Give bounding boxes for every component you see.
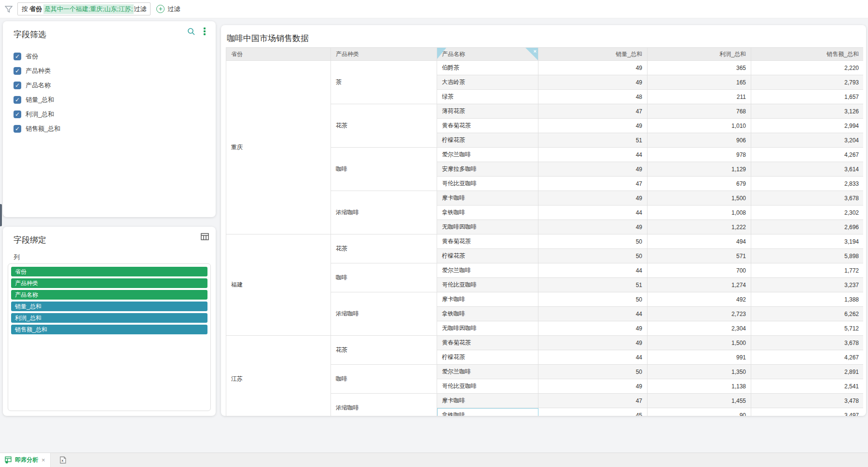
profit-cell[interactable]: 906	[648, 133, 751, 148]
product-name-cell[interactable]: 摩卡咖啡	[437, 394, 538, 408]
collapsed-panel-handle[interactable]	[0, 204, 2, 226]
tab-close-icon[interactable]: ×	[41, 456, 45, 464]
product-name-cell[interactable]: 爱尔兰咖啡	[437, 365, 538, 379]
search-icon[interactable]	[187, 27, 195, 36]
product-name-cell[interactable]: 安摩拉多咖啡	[437, 162, 538, 177]
column-pill-measure[interactable]: 销量_总和	[11, 302, 207, 311]
product-name-cell[interactable]: 哥伦比亚咖啡	[437, 379, 538, 394]
category-cell[interactable]: 咖啡	[331, 365, 437, 394]
sales-qty-cell[interactable]: 44	[538, 206, 648, 220]
checkbox-checked-icon[interactable]: ✓	[14, 67, 21, 75]
revenue-cell[interactable]: 3,204	[751, 133, 864, 148]
profit-cell[interactable]: 211	[648, 90, 751, 104]
product-name-cell[interactable]: 黄春菊花茶	[437, 119, 538, 133]
sales-qty-cell[interactable]: 49	[538, 220, 648, 234]
checkbox-checked-icon[interactable]: ✓	[14, 110, 21, 118]
profit-cell[interactable]: 2,723	[648, 307, 751, 321]
profit-cell[interactable]: 165	[648, 75, 751, 90]
revenue-cell[interactable]: 5,712	[751, 321, 864, 336]
sales-qty-cell[interactable]: 45	[538, 408, 648, 416]
revenue-cell[interactable]: 3,126	[751, 104, 864, 119]
revenue-cell[interactable]: 4,267	[751, 350, 864, 365]
profit-cell[interactable]: 1,500	[648, 336, 751, 350]
revenue-cell[interactable]: 2,696	[751, 220, 864, 234]
revenue-cell[interactable]: 3,614	[751, 162, 864, 177]
profit-cell[interactable]: 1,350	[648, 365, 751, 379]
column-pill-dimension[interactable]: 产品种类	[11, 278, 207, 288]
revenue-cell[interactable]: 2,833	[751, 177, 864, 191]
profit-cell[interactable]: 492	[648, 292, 751, 307]
revenue-cell[interactable]: 3,237	[751, 278, 864, 292]
product-name-cell[interactable]: 摩卡咖啡	[437, 292, 538, 307]
revenue-cell[interactable]: 4,267	[751, 148, 864, 162]
profit-cell[interactable]: 1,455	[648, 394, 751, 408]
product-name-cell[interactable]: 爱尔兰咖啡	[437, 148, 538, 162]
product-name-cell[interactable]: 拿铁咖啡	[437, 307, 538, 321]
field-checkbox-item[interactable]: ✓产品名称	[14, 78, 210, 93]
product-name-cell[interactable]: 无咖啡因咖啡	[437, 321, 538, 336]
sales-qty-cell[interactable]: 49	[538, 336, 648, 350]
sales-qty-cell[interactable]: 49	[538, 321, 648, 336]
revenue-cell[interactable]: 3,678	[751, 191, 864, 206]
product-name-cell[interactable]: 摩卡咖啡	[437, 191, 538, 206]
sales-qty-cell[interactable]: 49	[538, 75, 648, 90]
category-cell[interactable]: 浓缩咖啡	[331, 394, 437, 416]
sales-qty-cell[interactable]: 51	[538, 278, 648, 292]
sales-qty-cell[interactable]: 49	[538, 162, 648, 177]
profit-cell[interactable]: 1,274	[648, 278, 751, 292]
remove-column-icon[interactable]: ×	[534, 48, 537, 54]
category-cell[interactable]: 茶	[331, 61, 437, 104]
profit-cell[interactable]: 1,138	[648, 379, 751, 394]
corner-triangle-icon[interactable]	[437, 48, 446, 59]
profit-cell[interactable]: 494	[648, 234, 751, 249]
profit-cell[interactable]: 571	[648, 249, 751, 263]
checkbox-checked-icon[interactable]: ✓	[14, 125, 21, 133]
sales-qty-cell[interactable]: 47	[538, 177, 648, 191]
sales-qty-cell[interactable]: 44	[538, 307, 648, 321]
tab-adhoc-analysis[interactable]: 即席分析 ×	[0, 453, 51, 467]
column-header[interactable]: 产品名称×	[437, 48, 538, 61]
revenue-cell[interactable]: 1,772	[751, 263, 864, 278]
profit-cell[interactable]: 1,010	[648, 119, 751, 133]
field-checkbox-item[interactable]: ✓销售额_总和	[14, 122, 210, 136]
column-pill-measure[interactable]: 销售额_总和	[11, 325, 207, 334]
revenue-cell[interactable]: 2,793	[751, 75, 864, 90]
sales-qty-cell[interactable]: 44	[538, 148, 648, 162]
profit-cell[interactable]: 1,008	[648, 206, 751, 220]
province-cell[interactable]: 江苏	[226, 336, 331, 416]
product-name-cell[interactable]: 哥伦比亚咖啡	[437, 177, 538, 191]
category-cell[interactable]: 花茶	[331, 104, 437, 148]
sales-qty-cell[interactable]: 49	[538, 61, 648, 75]
revenue-cell[interactable]: 2,541	[751, 379, 864, 394]
category-cell[interactable]: 咖啡	[331, 148, 437, 191]
field-checkbox-item[interactable]: ✓利润_总和	[14, 107, 210, 122]
province-cell[interactable]: 福建	[226, 234, 331, 336]
sales-qty-cell[interactable]: 50	[538, 234, 648, 249]
column-pill-measure[interactable]: 利润_总和	[11, 313, 207, 323]
product-name-cell[interactable]: 拿铁咖啡	[437, 206, 538, 220]
category-cell[interactable]: 花茶	[331, 336, 437, 365]
sales-qty-cell[interactable]: 44	[538, 350, 648, 365]
add-filter-button[interactable]: + 过滤	[156, 5, 180, 14]
product-name-cell[interactable]: 薄荷花茶	[437, 104, 538, 119]
product-name-cell[interactable]: 伯爵茶	[437, 61, 538, 75]
category-cell[interactable]: 花茶	[331, 234, 437, 263]
product-name-cell[interactable]: 哥伦比亚咖啡	[437, 278, 538, 292]
product-name-cell[interactable]: 大吉岭茶	[437, 75, 538, 90]
revenue-cell[interactable]: 5,898	[751, 249, 864, 263]
table-scroll-area[interactable]: 省份产品种类产品名称×销量_总和利润_总和销售额_总和 重庆茶伯爵茶493652…	[226, 47, 863, 416]
product-name-cell[interactable]: 柠檬花茶	[437, 133, 538, 148]
column-header[interactable]: 产品种类	[331, 48, 437, 61]
column-header[interactable]: 销售额_总和	[751, 48, 864, 61]
profit-cell[interactable]: 90	[648, 408, 751, 416]
category-cell[interactable]: 浓缩咖啡	[331, 191, 437, 234]
sales-qty-cell[interactable]: 47	[538, 104, 648, 119]
profit-cell[interactable]: 768	[648, 104, 751, 119]
field-checkbox-item[interactable]: ✓省份	[14, 49, 210, 64]
profit-cell[interactable]: 1,222	[648, 220, 751, 234]
column-header[interactable]: 销量_总和	[538, 48, 648, 61]
province-cell[interactable]: 重庆	[226, 61, 331, 234]
sales-qty-cell[interactable]: 44	[538, 263, 648, 278]
revenue-cell[interactable]: 3,497	[751, 408, 864, 416]
table-grid-icon[interactable]	[200, 233, 209, 241]
